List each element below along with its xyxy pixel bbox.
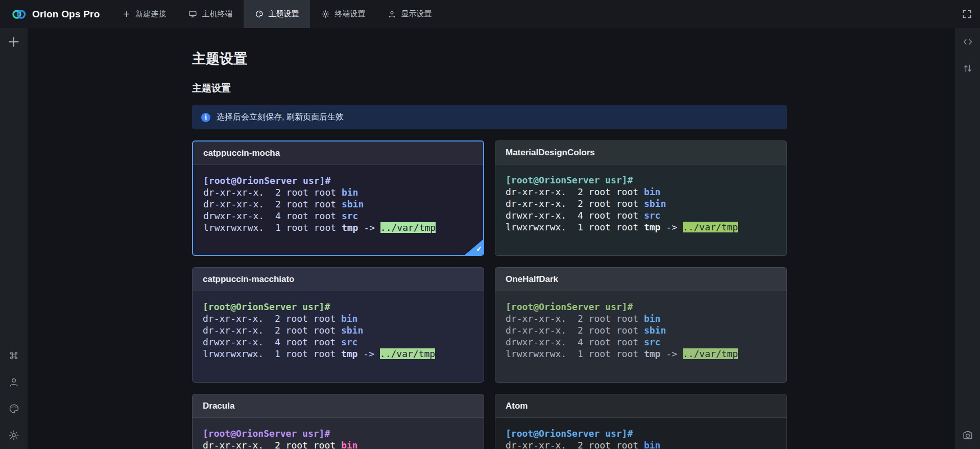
terminal-line: dr-xr-xr-x. 2 root root sbin <box>506 324 776 336</box>
plus-icon <box>122 10 131 18</box>
theme-card[interactable]: OneHalfDark [root@OrionServer usr]#dr-xr… <box>495 267 787 383</box>
user-icon <box>8 376 19 388</box>
section-title: 主题设置 <box>192 82 787 94</box>
terminal-line: lrwxrwxrwx. 1 root root tmp -> ../var/tm… <box>506 348 776 360</box>
terminal-line: drwxr-xr-x. 4 root root src <box>506 336 776 348</box>
theme-name: catppuccin-mocha <box>193 141 483 165</box>
theme-card[interactable]: MaterialDesignColors [root@OrionServer u… <box>495 140 787 256</box>
nav-item-new-connection[interactable]: 新建连接 <box>111 0 177 28</box>
nav-item-display-settings[interactable]: 显示设置 <box>376 0 443 28</box>
terminal-prompt: [root@OrionServer usr]# <box>506 174 776 186</box>
display-settings-icon <box>388 10 396 18</box>
theme-card[interactable]: Dracula [root@OrionServer usr]#dr-xr-xr-… <box>192 394 484 449</box>
theme-name: MaterialDesignColors <box>495 141 786 164</box>
theme-card[interactable]: Atom [root@OrionServer usr]#dr-xr-xr-x. … <box>495 394 787 449</box>
terminal-line: dr-xr-xr-x. 2 root root sbin <box>203 198 473 210</box>
content-container: 主题设置 主题设置 i 选择后会立刻保存, 刷新页面后生效 catppuccin… <box>192 28 787 449</box>
app-brand: Orion Ops Pro <box>0 0 111 28</box>
nav-item-terminal-settings[interactable]: 终端设置 <box>310 0 376 28</box>
code-button[interactable] <box>962 36 973 48</box>
theme-name: catppuccin-macchiato <box>193 268 484 291</box>
terminal-prompt: [root@OrionServer usr]# <box>506 301 776 313</box>
terminal-line: dr-xr-xr-x. 2 root root sbin <box>203 324 473 336</box>
nav-item-label: 显示设置 <box>401 9 432 19</box>
app-brand-name: Orion Ops Pro <box>32 9 100 20</box>
page-title: 主题设置 <box>192 51 787 67</box>
nav-item-label: 主题设置 <box>268 9 299 19</box>
user-button[interactable] <box>8 376 19 388</box>
theme-name: Atom <box>495 394 786 418</box>
palette-icon <box>255 10 264 18</box>
terminal-prompt: [root@OrionServer usr]# <box>506 428 776 439</box>
right-sidebar-bottom <box>962 430 973 449</box>
theme-name: Dracula <box>193 394 484 418</box>
fullscreen-button[interactable] <box>962 0 972 28</box>
terminal-line: dr-xr-xr-x. 2 root root bin <box>203 313 473 324</box>
main-nav: 新建连接 主机终端 主题设置 终端设置 显示设置 <box>111 0 443 28</box>
terminal-preview: [root@OrionServer usr]#dr-xr-xr-x. 2 roo… <box>193 165 483 243</box>
main-content: 主题设置 主题设置 i 选择后会立刻保存, 刷新页面后生效 catppuccin… <box>28 28 955 449</box>
check-icon: ✓ <box>476 245 482 252</box>
settings-button[interactable] <box>8 430 19 441</box>
nav-item-label: 新建连接 <box>135 9 166 19</box>
terminal-preview: [root@OrionServer usr]#dr-xr-xr-x. 2 roo… <box>193 291 484 369</box>
info-icon: i <box>201 113 210 122</box>
terminal-line: dr-xr-xr-x. 2 root root bin <box>506 439 776 449</box>
gear-icon <box>321 10 330 18</box>
terminal-preview: [root@OrionServer usr]#dr-xr-xr-x. 2 roo… <box>495 291 786 369</box>
theme-card[interactable]: catppuccin-macchiato [root@OrionServer u… <box>192 267 484 383</box>
terminal-line: drwxr-xr-x. 4 root root src <box>203 210 473 222</box>
gear-icon <box>8 430 19 441</box>
fullscreen-icon <box>962 9 972 19</box>
nav-item-theme-settings[interactable]: 主题设置 <box>244 0 310 28</box>
code-icon <box>962 36 973 48</box>
terminal-line: dr-xr-xr-x. 2 root root bin <box>203 439 473 449</box>
plus-icon <box>7 35 20 49</box>
terminal-line: drwxr-xr-x. 4 root root src <box>203 336 473 348</box>
terminal-preview: [root@OrionServer usr]#dr-xr-xr-x. 2 roo… <box>495 164 786 243</box>
left-sidebar-bottom <box>8 350 19 449</box>
add-connection-button[interactable] <box>7 35 20 49</box>
terminal-preview: [root@OrionServer usr]#dr-xr-xr-x. 2 roo… <box>495 418 786 449</box>
palette-icon <box>8 403 19 414</box>
terminal-line: drwxr-xr-x. 4 root root src <box>506 209 776 221</box>
notice-banner: i 选择后会立刻保存, 刷新页面后生效 <box>192 105 787 129</box>
theme-button[interactable] <box>8 403 19 414</box>
command-button[interactable] <box>8 350 19 361</box>
terminal-line: lrwxrwxrwx. 1 root root tmp -> ../var/tm… <box>203 222 473 233</box>
screenshot-button[interactable] <box>962 430 973 441</box>
nav-item-host-terminal[interactable]: 主机终端 <box>177 0 244 28</box>
terminal-prompt: [root@OrionServer usr]# <box>203 175 473 186</box>
sort-button[interactable] <box>962 63 973 74</box>
app-logo-icon <box>11 7 27 22</box>
notice-text: 选择后会立刻保存, 刷新页面后生效 <box>217 112 344 123</box>
theme-card[interactable]: catppuccin-mocha [root@OrionServer usr]#… <box>192 140 484 256</box>
terminal-line: dr-xr-xr-x. 2 root root bin <box>203 186 473 198</box>
theme-name: OneHalfDark <box>495 268 786 291</box>
terminal-preview: [root@OrionServer usr]#dr-xr-xr-x. 2 roo… <box>193 418 484 449</box>
terminal-icon <box>188 10 197 18</box>
command-icon <box>8 350 19 361</box>
nav-item-label: 终端设置 <box>334 9 365 19</box>
selected-check-corner: ✓ <box>464 239 484 255</box>
terminal-line: dr-xr-xr-x. 2 root root bin <box>506 186 776 198</box>
right-sidebar <box>955 28 980 449</box>
theme-grid: catppuccin-mocha [root@OrionServer usr]#… <box>192 140 787 449</box>
nav-item-label: 主机终端 <box>202 9 232 19</box>
terminal-line: dr-xr-xr-x. 2 root root sbin <box>506 198 776 209</box>
terminal-prompt: [root@OrionServer usr]# <box>203 428 473 439</box>
sort-arrows-icon <box>962 63 973 74</box>
left-sidebar <box>0 28 28 449</box>
terminal-line: dr-xr-xr-x. 2 root root bin <box>506 313 776 324</box>
top-navbar: Orion Ops Pro 新建连接 主机终端 主题设置 终端设置 <box>0 0 980 28</box>
terminal-line: lrwxrwxrwx. 1 root root tmp -> ../var/tm… <box>203 348 473 360</box>
terminal-prompt: [root@OrionServer usr]# <box>203 301 473 313</box>
camera-icon <box>962 430 973 441</box>
terminal-line: lrwxrwxrwx. 1 root root tmp -> ../var/tm… <box>506 221 776 233</box>
